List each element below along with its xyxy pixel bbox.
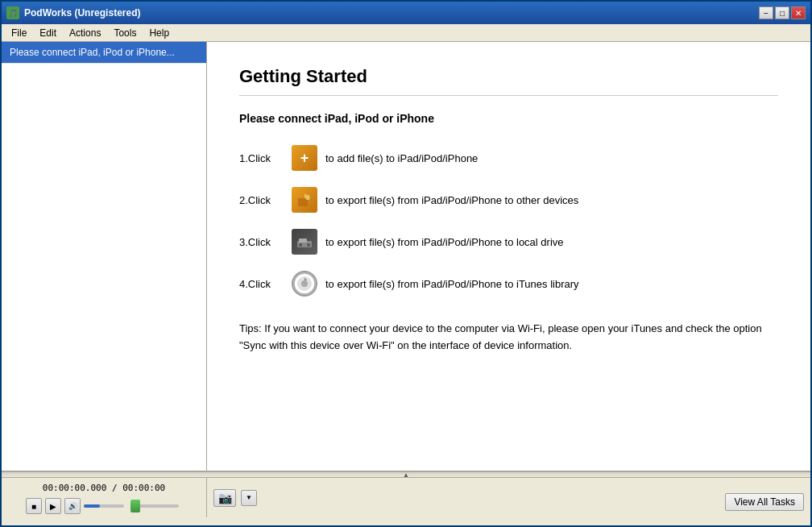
step-4-label: 4.Click: [239, 278, 284, 290]
app-icon: 🎵: [6, 6, 19, 19]
time-display: 00:00:00.000 / 00:00:00: [2, 481, 207, 495]
step-1-row: 1.Click to add file(s) to iPad/iPod/iPho…: [239, 145, 778, 171]
view-all-tasks-button[interactable]: View All Tasks: [725, 493, 804, 511]
add-icon[interactable]: [292, 145, 317, 171]
step-3-desc: to export file(s) from iPad/iPod/iPhone …: [325, 236, 564, 248]
camera-button[interactable]: 📷: [213, 489, 236, 507]
progress-thumb: [130, 500, 140, 512]
sidebar: Please connect iPad, iPod or iPhone...: [2, 42, 207, 471]
progress-bar[interactable]: [130, 504, 179, 508]
menu-help[interactable]: Help: [143, 26, 176, 40]
volume-button[interactable]: 🔊: [64, 498, 81, 514]
menu-actions[interactable]: Actions: [63, 26, 107, 40]
svg-rect-2: [306, 195, 309, 200]
title-bar: 🎵 PodWorks (Unregistered) − □ ✕: [2, 2, 810, 24]
menu-tools[interactable]: Tools: [107, 26, 143, 40]
step-2-row: 2.Click to export file(s) from iPad/iPod…: [239, 187, 778, 213]
player-right: 📷 ▼ View All Tasks: [207, 478, 810, 517]
export-other-icon[interactable]: [292, 187, 317, 213]
content-area: Getting Started Please connect iPad, iPo…: [207, 42, 810, 471]
stop-button[interactable]: ■: [26, 498, 42, 514]
step-4-desc: to export file(s) from iPad/iPod/iPhone …: [325, 278, 579, 290]
menu-edit[interactable]: Edit: [33, 26, 63, 40]
window-controls: − □ ✕: [759, 6, 806, 19]
close-button[interactable]: ✕: [791, 6, 806, 19]
content-inner: Getting Started Please connect iPad, iPo…: [207, 42, 810, 379]
window-title: PodWorks (Unregistered): [24, 7, 140, 19]
minimize-button[interactable]: −: [759, 6, 773, 19]
bottom-wrapper: 00:00:00.000 / 00:00:00 ■ ▶ 🔊 📷 ▼ View A…: [2, 478, 810, 517]
export-local-icon[interactable]: [292, 229, 317, 255]
player-left: 00:00:00.000 / 00:00:00 ■ ▶ 🔊: [2, 478, 207, 517]
step-3-row: 3.Click to export file(s) from iPad/iPod…: [239, 229, 778, 255]
step-3-label: 3.Click: [239, 236, 284, 248]
volume-slider[interactable]: [84, 504, 124, 508]
dropdown-button[interactable]: ▼: [241, 490, 257, 506]
menu-bar: File Edit Actions Tools Help: [2, 24, 810, 42]
svg-point-5: [299, 243, 302, 247]
svg-point-6: [307, 243, 310, 247]
svg-rect-4: [299, 239, 307, 243]
play-button[interactable]: ▶: [45, 498, 61, 514]
step-2-label: 2.Click: [239, 194, 284, 206]
step-4-row: 4.Click to export file(s) from iPad/iPod…: [239, 271, 778, 297]
sidebar-item-connect[interactable]: Please connect iPad, iPod or iPhone...: [2, 42, 206, 64]
step-2-desc: to export file(s) from iPad/iPod/iPhone …: [325, 194, 578, 206]
restore-button[interactable]: □: [775, 6, 789, 19]
section-heading: Please connect iPad, iPod or iPhone: [239, 112, 778, 125]
step-1-desc: to add file(s) to iPad/iPod/iPhone: [325, 152, 478, 164]
resize-bar[interactable]: ▲: [2, 471, 810, 478]
step-1-label: 1.Click: [239, 152, 284, 164]
page-title: Getting Started: [239, 66, 778, 96]
player-controls: ■ ▶ 🔊: [26, 498, 182, 514]
svg-point-9: [301, 280, 308, 287]
bottom-area: ▲ 00:00:00.000 / 00:00:00 ■ ▶ 🔊 📷 ▼ View…: [2, 471, 810, 527]
itunes-icon[interactable]: [292, 271, 317, 297]
tips-text: Tips: If you want to connect your device…: [239, 321, 778, 355]
main-layout: Please connect iPad, iPod or iPhone... G…: [2, 42, 810, 471]
menu-file[interactable]: File: [5, 26, 33, 40]
